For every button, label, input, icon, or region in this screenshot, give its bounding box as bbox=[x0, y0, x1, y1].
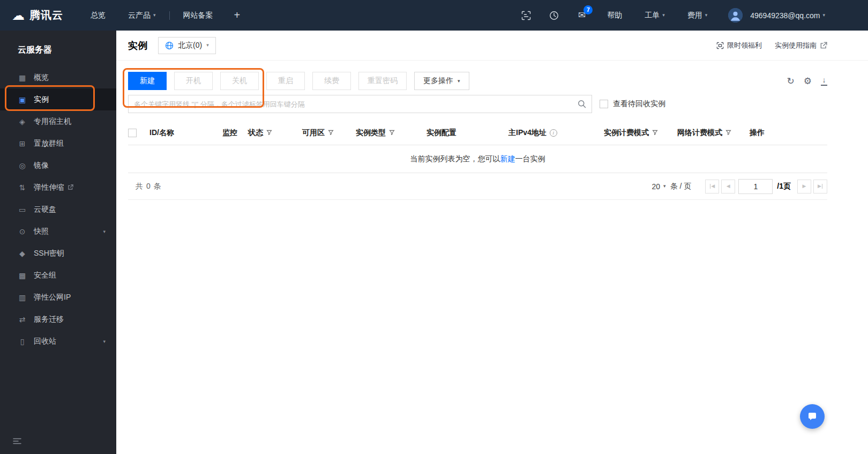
instance-guide-label: 实例使用指南 bbox=[775, 41, 817, 50]
sidebar-item-ssh-keys[interactable]: ◆ SSH密钥 bbox=[0, 242, 116, 264]
empty-text-suffix: 一台实例 bbox=[515, 154, 545, 164]
toolbar: 新建 开机 关机 重启 续费 重置密码 更多操作 ▾ ↻ ⚙ ↓ bbox=[116, 61, 868, 90]
nav-website-filing-label: 网站备案 bbox=[183, 11, 213, 20]
filter-icon[interactable] bbox=[725, 130, 731, 136]
instance-guide-link[interactable]: 实例使用指南 bbox=[775, 41, 827, 50]
sidebar-item-elastic-public-ip[interactable]: ▥ 弹性公网IP bbox=[0, 286, 116, 308]
refresh-icon[interactable]: ↻ bbox=[787, 77, 795, 86]
benefit-icon bbox=[716, 42, 724, 49]
nav-overview[interactable]: 总览 bbox=[79, 0, 117, 31]
search-input[interactable] bbox=[134, 100, 578, 108]
sidebar-item-label: 概览 bbox=[34, 73, 49, 83]
restart-button[interactable]: 重启 bbox=[266, 72, 305, 90]
sidebar-item-recycle-bin[interactable]: ▯ 回收站 ▾ bbox=[0, 330, 116, 352]
sidebar-item-security-groups[interactable]: ▩ 安全组 bbox=[0, 264, 116, 286]
filter-icon[interactable] bbox=[266, 130, 272, 136]
region-selector[interactable]: 北京(0) ▾ bbox=[158, 37, 216, 54]
table-tools: ↻ ⚙ ↓ bbox=[787, 76, 828, 86]
sidebar-item-dedicated-hosts[interactable]: ◈ 专用宿主机 bbox=[0, 110, 116, 132]
table-header: ID/名称 监控 状态 可用区 实例类型 bbox=[128, 121, 827, 145]
sidebar-item-label: 置放群组 bbox=[34, 139, 64, 148]
nav-website-filing[interactable]: 网站备案 bbox=[172, 0, 225, 31]
placement-group-icon: ⊞ bbox=[18, 140, 27, 147]
topbar: ☁ 腾讯云 总览 云产品 ▾ 网站备案 + ✉ 7 bbox=[0, 0, 868, 31]
renew-button[interactable]: 续费 bbox=[312, 72, 351, 90]
collapse-sidebar-button[interactable] bbox=[13, 437, 21, 446]
ssh-key-icon: ◆ bbox=[18, 250, 27, 257]
col-label: 可用区 bbox=[302, 128, 325, 138]
nav-billing[interactable]: 费用 ▾ bbox=[676, 0, 719, 31]
auto-scaling-icon: ⇅ bbox=[18, 184, 27, 191]
sidebar-item-service-migration[interactable]: ⇄ 服务迁移 bbox=[0, 308, 116, 330]
nav-ticket[interactable]: 工单 ▾ bbox=[633, 0, 676, 31]
sidebar-item-label: 弹性伸缩 bbox=[34, 183, 64, 192]
sidebar-item-label: 镜像 bbox=[34, 161, 49, 170]
tencent-cloud-brand[interactable]: ☁ 腾讯云 bbox=[0, 8, 79, 23]
download-icon[interactable]: ↓ bbox=[821, 76, 827, 86]
chevron-down-icon: ▾ bbox=[705, 13, 708, 18]
sidebar-item-overview[interactable]: ▦ 概览 bbox=[0, 66, 116, 88]
instance-icon: ▣ bbox=[18, 96, 27, 103]
recycle-bin-icon: ▯ bbox=[18, 338, 27, 345]
snapshot-icon: ⊙ bbox=[18, 228, 27, 235]
prev-page-icon: ◀ bbox=[727, 184, 730, 189]
start-button[interactable]: 开机 bbox=[174, 72, 213, 90]
more-actions-button[interactable]: 更多操作 ▾ bbox=[414, 72, 469, 90]
create-instance-link[interactable]: 新建 bbox=[500, 154, 515, 164]
sidebar-item-label: 云硬盘 bbox=[34, 205, 56, 214]
col-label: 监控 bbox=[222, 128, 237, 138]
sidebar-item-label: 弹性公网IP bbox=[34, 293, 71, 302]
nav-ticket-label: 工单 bbox=[645, 11, 660, 20]
prev-page-button[interactable]: ◀ bbox=[721, 180, 735, 193]
sidebar-item-label: 回收站 bbox=[34, 337, 56, 346]
history-clock-icon[interactable] bbox=[540, 0, 568, 31]
shutdown-button[interactable]: 关机 bbox=[220, 72, 259, 90]
settings-gear-icon[interactable]: ⚙ bbox=[804, 77, 812, 86]
col-label: ID/名称 bbox=[149, 128, 174, 138]
filter-icon[interactable] bbox=[389, 130, 395, 136]
reset-password-button[interactable]: 重置密码 bbox=[358, 72, 407, 90]
next-page-button[interactable]: ▶ bbox=[797, 180, 811, 193]
header-links: 限时领福利 实例使用指南 bbox=[716, 41, 827, 50]
sidebar-item-snapshots[interactable]: ⊙ 快照 ▾ bbox=[0, 220, 116, 242]
page-header: 实例 北京(0) ▾ 限时领福利 实例使用指南 bbox=[116, 31, 868, 61]
sidebar-item-cloud-disks[interactable]: ▭ 云硬盘 bbox=[0, 198, 116, 220]
account-menu[interactable]: 496949238@qq.com ▾ bbox=[719, 0, 830, 31]
sidebar-item-auto-scaling[interactable]: ⇅ 弹性伸缩 bbox=[0, 176, 116, 198]
chat-support-button[interactable] bbox=[800, 404, 825, 429]
info-icon[interactable]: i bbox=[550, 129, 557, 137]
nav-cloud-products[interactable]: 云产品 ▾ bbox=[117, 0, 167, 31]
first-page-button[interactable]: ◀ bbox=[705, 180, 719, 193]
first-page-icon: ◀ bbox=[711, 184, 715, 189]
sidebar-item-images[interactable]: ◎ 镜像 bbox=[0, 154, 116, 176]
chevron-down-icon: ▾ bbox=[822, 13, 825, 18]
sidebar-item-label: SSH密钥 bbox=[34, 249, 64, 258]
chevron-down-icon: ▾ bbox=[458, 79, 460, 84]
limited-time-benefit-link[interactable]: 限时领福利 bbox=[716, 41, 762, 50]
select-all-checkbox[interactable] bbox=[128, 129, 137, 137]
add-nav-button[interactable]: + bbox=[225, 0, 250, 31]
last-page-button[interactable]: ▶ bbox=[813, 180, 827, 193]
image-icon: ◎ bbox=[18, 162, 27, 169]
sidebar-item-label: 快照 bbox=[34, 227, 49, 236]
filter-icon[interactable] bbox=[328, 130, 334, 136]
col-availability-zone: 可用区 bbox=[302, 128, 356, 138]
filter-icon[interactable] bbox=[652, 130, 658, 136]
col-instance-type: 实例类型 bbox=[356, 128, 426, 138]
elastic-ip-icon: ▥ bbox=[18, 294, 27, 301]
col-actions: 操作 bbox=[750, 128, 827, 138]
sidebar-item-instances[interactable]: ▣ 实例 bbox=[0, 88, 116, 110]
page-size-select[interactable]: 20 ▾ bbox=[652, 182, 666, 191]
page-total-label: /1页 bbox=[776, 182, 795, 191]
col-label: 操作 bbox=[750, 128, 765, 138]
sidebar-item-placement-groups[interactable]: ⊞ 置放群组 bbox=[0, 132, 116, 154]
limited-time-benefit-label: 限时领福利 bbox=[727, 41, 762, 50]
recycle-checkbox[interactable] bbox=[600, 100, 608, 108]
console-shortcut-icon[interactable] bbox=[512, 0, 540, 31]
nav-help[interactable]: 帮助 bbox=[596, 0, 633, 31]
search-icon[interactable] bbox=[578, 100, 586, 108]
messages-mail-icon[interactable]: ✉ 7 bbox=[568, 0, 596, 31]
create-button[interactable]: 新建 bbox=[128, 72, 167, 90]
plus-icon: + bbox=[234, 9, 241, 21]
page-number-input[interactable] bbox=[738, 179, 773, 194]
